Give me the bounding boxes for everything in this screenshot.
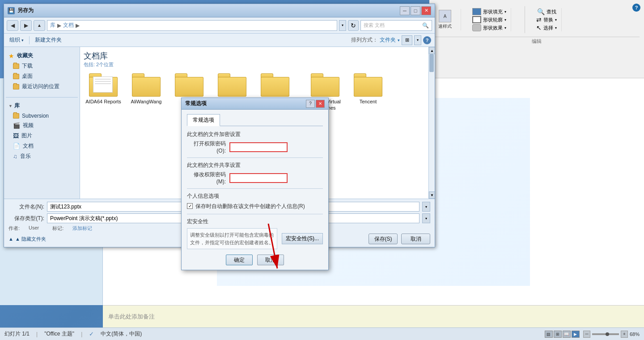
folder-icon bbox=[89, 73, 118, 97]
zoom-in-btn[interactable]: + bbox=[621, 331, 628, 338]
modify-password-label: 修改权限密码(M): bbox=[187, 171, 229, 185]
zoom-controls: ─ + 68% bbox=[583, 331, 640, 338]
theme-name: "Office 主题" bbox=[44, 330, 74, 338]
find-btn[interactable]: 🔍 查找 bbox=[537, 8, 556, 15]
slideshow-icon[interactable]: ▶ bbox=[572, 331, 580, 338]
saveas-maximize-btn[interactable]: □ bbox=[411, 6, 420, 15]
sidebar-item-recent[interactable]: 最近访问的位置 bbox=[6, 81, 78, 92]
shape-outline-btn[interactable]: 形状轮廓 ▾ bbox=[472, 16, 506, 23]
file-item[interactable]: AliWangWang bbox=[128, 73, 164, 111]
forward-btn[interactable]: ▶ bbox=[20, 20, 32, 31]
library-expand-icon: ▼ bbox=[8, 104, 13, 108]
scroll-up-btn[interactable]: ▲ bbox=[429, 47, 435, 54]
view-dropdown-btn[interactable]: ▾ bbox=[414, 35, 421, 45]
options-divider1 bbox=[187, 157, 323, 158]
author-value: User bbox=[29, 225, 39, 232]
macro-security-btn[interactable]: 宏安全性(S)... bbox=[282, 233, 323, 244]
library-title: 文档库 bbox=[84, 51, 427, 61]
sidebar-item-music[interactable]: ♫ 音乐 bbox=[6, 151, 78, 162]
options-help-btn[interactable]: ? bbox=[306, 100, 315, 108]
file-label: AIDA64 Reports bbox=[85, 98, 121, 105]
saveas-minimize-btn[interactable]: ─ bbox=[400, 6, 410, 15]
library-header[interactable]: ▼ 库 bbox=[6, 100, 78, 111]
sidebar-item-downloads[interactable]: 下载 bbox=[6, 61, 78, 71]
select-btn[interactable]: ↖ 选择 ▾ bbox=[536, 24, 557, 31]
zoom-slider[interactable] bbox=[592, 333, 619, 335]
folder-icon bbox=[132, 73, 161, 97]
file-scrollbar[interactable]: ▲ ▼ bbox=[428, 47, 435, 199]
options-cancel-btn[interactable]: 取消 bbox=[257, 255, 284, 265]
file-item[interactable]: AIDA64 Reports bbox=[85, 73, 121, 111]
sort-arrow[interactable]: ▾ bbox=[398, 38, 400, 42]
saveas-toolbar2: 组织 ▾ 新建文件夹 排列方式： 文件夹 ▾ ⊞ ▾ ? bbox=[4, 34, 435, 47]
folder-icon bbox=[311, 73, 339, 97]
tags-value[interactable]: 添加标记 bbox=[72, 225, 92, 232]
shape-fill-btn[interactable]: 形状填充 ▾ bbox=[472, 8, 506, 15]
scroll-down-btn[interactable]: ▼ bbox=[429, 191, 435, 199]
filename-dropdown-btn[interactable]: ▾ bbox=[422, 202, 430, 212]
open-password-input[interactable] bbox=[229, 142, 288, 152]
scroll-thumb[interactable] bbox=[429, 54, 434, 72]
folder-icon bbox=[354, 73, 382, 97]
saveas-close-btn[interactable]: ✕ bbox=[421, 6, 431, 15]
reading-view-icon[interactable]: 📖 bbox=[563, 331, 571, 338]
filetype-label: 保存类型(T): bbox=[8, 215, 44, 222]
normal-view-icon[interactable]: ▤ bbox=[545, 331, 553, 338]
address-bar[interactable]: 库 ▶ 文档 ▶ bbox=[47, 20, 337, 31]
options-confirm-btn[interactable]: 确定 bbox=[226, 255, 253, 265]
filetype-dropdown-btn[interactable]: ▾ bbox=[422, 213, 430, 223]
ribbon-section-label: 编辑 bbox=[434, 37, 640, 45]
saveas-title: 另存为 bbox=[17, 7, 400, 14]
encryption-section-title: 此文档的文件加密设置 bbox=[187, 131, 323, 138]
view-toggle-btn[interactable]: ⊞ bbox=[402, 35, 412, 45]
zoom-out-btn[interactable]: ─ bbox=[583, 331, 590, 338]
dialog-help-btn[interactable]: ? bbox=[423, 36, 431, 44]
ribbon-edit-group: 🔍 查找 ⇄ 替换 ▾ ↖ 选择 ▾ bbox=[536, 8, 562, 31]
shape-effect-btn[interactable]: 形状效果 ▾ bbox=[472, 24, 506, 31]
tab-general-options[interactable]: 常规选项 bbox=[187, 114, 220, 126]
address-dropdown-btn[interactable]: ▾ bbox=[339, 20, 346, 31]
ribbon-shape-format-group: 形状填充 ▾ 形状轮廓 ▾ 形状效果 ▾ bbox=[472, 8, 511, 31]
sidebar-item-documents[interactable]: 📄 文档 bbox=[6, 141, 78, 151]
folder-icon-recent bbox=[13, 84, 19, 89]
options-win-buttons: ? ✕ bbox=[306, 100, 325, 108]
refresh-btn[interactable]: ↻ bbox=[348, 20, 359, 31]
replace-btn[interactable]: ⇄ 替换 ▾ bbox=[536, 16, 557, 23]
modify-password-input[interactable] bbox=[229, 173, 288, 183]
app-help-icon[interactable]: ? bbox=[632, 4, 640, 12]
ribbon-shape-style-btn[interactable]: A 速样式 bbox=[434, 9, 456, 30]
ribbon-shape-group: A 速样式 bbox=[434, 9, 461, 30]
hide-folders-btn[interactable]: ▲ ▲ 隐藏文件夹 bbox=[8, 234, 46, 244]
organize-btn[interactable]: 组织 ▾ bbox=[8, 35, 25, 45]
options-close-btn[interactable]: ✕ bbox=[316, 100, 325, 108]
folder-icon bbox=[175, 73, 203, 97]
sort-value[interactable]: 文件夹 bbox=[380, 36, 396, 44]
search-box[interactable]: 搜索 文档 🔍 bbox=[360, 20, 432, 31]
back-btn[interactable]: ◀ bbox=[7, 20, 18, 31]
check-icon: ✓ bbox=[89, 331, 94, 337]
sidebar-item-pictures[interactable]: 🖼 图片 bbox=[6, 131, 78, 141]
new-folder-btn[interactable]: 新建文件夹 bbox=[33, 35, 64, 45]
folder-icon-desktop bbox=[13, 74, 19, 79]
up-btn[interactable]: ▲ bbox=[34, 20, 45, 31]
save-button[interactable]: 保存(S) bbox=[369, 234, 398, 244]
folder-icon-subversion bbox=[13, 113, 19, 119]
file-item-tencent[interactable]: Tencent bbox=[350, 73, 386, 111]
saveas-toolbar: ◀ ▶ ▲ 库 ▶ 文档 ▶ ▾ ↻ 搜索 文档 🔍 bbox=[4, 17, 435, 34]
note-area[interactable]: 单击此处添加备注 bbox=[103, 305, 644, 327]
personal-info-checkbox[interactable]: ✓ bbox=[187, 203, 193, 209]
options-dialog: 常规选项 ? ✕ 常规选项 此文档的文件加密设置 打开权限密码(O): 此文档的… bbox=[181, 98, 329, 270]
sidebar-item-video[interactable]: 🎬 视频 bbox=[6, 120, 78, 131]
scroll-track bbox=[429, 54, 435, 191]
note-placeholder: 单击此处添加备注 bbox=[108, 313, 155, 321]
address-part-1: 库 bbox=[50, 21, 55, 29]
cancel-button[interactable]: 取消 bbox=[401, 234, 430, 244]
sidebar-item-desktop[interactable]: 桌面 bbox=[6, 71, 78, 81]
options-tabs: 常规选项 bbox=[187, 114, 323, 126]
options-title: 常规选项 bbox=[185, 100, 306, 107]
toolbar2-sep1 bbox=[29, 36, 30, 44]
tags-label: 标记: bbox=[52, 225, 64, 232]
sidebar-item-subversion[interactable]: Subversion bbox=[6, 111, 78, 120]
slide-sorter-icon[interactable]: ⊞ bbox=[554, 331, 562, 338]
address-part-2: 文档 bbox=[63, 21, 74, 29]
